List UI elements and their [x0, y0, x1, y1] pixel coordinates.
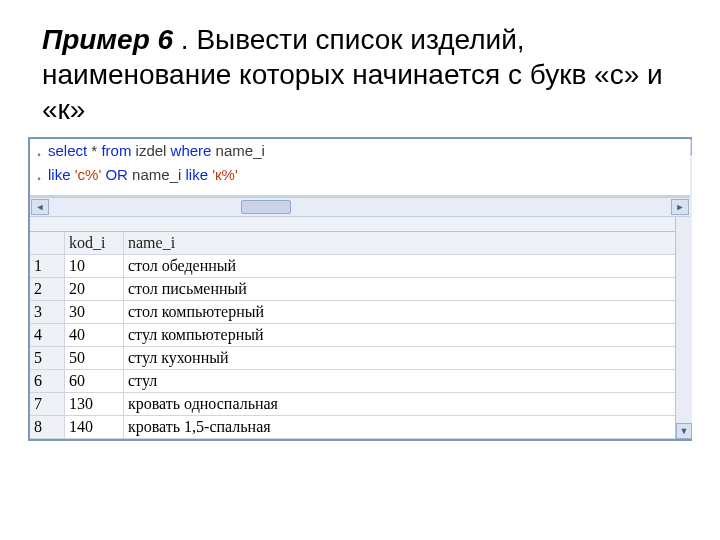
- row-number: 2: [30, 278, 65, 300]
- cell-kod-i: 50: [65, 347, 124, 369]
- scroll-right-icon[interactable]: ►: [671, 199, 689, 215]
- table-row[interactable]: 220стол письменный: [30, 278, 690, 301]
- cell-kod-i: 40: [65, 324, 124, 346]
- col-header-kod-i[interactable]: kod_i: [65, 232, 124, 254]
- row-number: 1: [30, 255, 65, 277]
- table-row[interactable]: 8140кровать 1,5-спальная: [30, 416, 690, 439]
- cell-name-i: стол компьютерный: [124, 301, 690, 323]
- sql-editor[interactable]: • select * from izdel where name_i • lik…: [30, 139, 690, 197]
- row-number: 6: [30, 370, 65, 392]
- table-row[interactable]: 550стул кухонный: [30, 347, 690, 370]
- grid-header-row: kod_i name_i: [30, 232, 690, 255]
- cell-name-i: стол письменный: [124, 278, 690, 300]
- example-heading: Пример 6 . Вывести список изделий, наиме…: [0, 0, 720, 133]
- table-row[interactable]: 330стол компьютерный: [30, 301, 690, 324]
- cell-name-i: кровать 1,5-спальная: [124, 416, 690, 438]
- cell-kod-i: 140: [65, 416, 124, 438]
- sql-line-2[interactable]: like 'с%' OR name_i like 'к%': [48, 165, 238, 185]
- cell-kod-i: 10: [65, 255, 124, 277]
- results-grid: kod_i name_i 110стол обеденный220стол пи…: [30, 231, 690, 439]
- cell-kod-i: 60: [65, 370, 124, 392]
- pane-splitter[interactable]: [30, 217, 690, 231]
- table-row[interactable]: 110стол обеденный: [30, 255, 690, 278]
- gutter-marker: •: [30, 141, 48, 165]
- cell-name-i: стул компьютерный: [124, 324, 690, 346]
- cell-name-i: стол обеденный: [124, 255, 690, 277]
- sql-line-1[interactable]: select * from izdel where name_i: [48, 141, 265, 161]
- cell-kod-i: 130: [65, 393, 124, 415]
- cell-kod-i: 20: [65, 278, 124, 300]
- row-number: 7: [30, 393, 65, 415]
- horizontal-scrollbar[interactable]: ◄ ►: [30, 197, 690, 217]
- gutter-marker: •: [30, 165, 48, 189]
- scroll-down-icon[interactable]: ▼: [676, 423, 692, 439]
- table-row[interactable]: 440стул компьютерный: [30, 324, 690, 347]
- col-header-rownum[interactable]: [30, 232, 65, 254]
- heading-bold: Пример 6: [42, 24, 173, 55]
- table-row[interactable]: 660стул: [30, 370, 690, 393]
- row-number: 5: [30, 347, 65, 369]
- scroll-thumb[interactable]: [241, 200, 291, 214]
- cell-name-i: стул кухонный: [124, 347, 690, 369]
- row-number: 4: [30, 324, 65, 346]
- row-number: 3: [30, 301, 65, 323]
- sql-ide-panel: ▲ ▼ • select * from izdel where name_i •…: [28, 137, 692, 441]
- cell-name-i: кровать односпальная: [124, 393, 690, 415]
- cell-name-i: стул: [124, 370, 690, 392]
- row-number: 8: [30, 416, 65, 438]
- col-header-name-i[interactable]: name_i: [124, 232, 690, 254]
- table-row[interactable]: 7130кровать односпальная: [30, 393, 690, 416]
- scroll-left-icon[interactable]: ◄: [31, 199, 49, 215]
- cell-kod-i: 30: [65, 301, 124, 323]
